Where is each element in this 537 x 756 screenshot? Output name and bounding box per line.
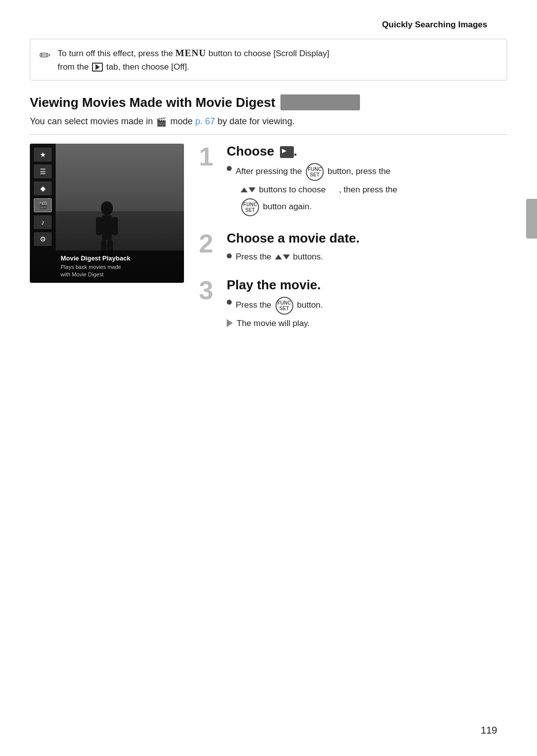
menu-word: MENU: [176, 48, 206, 58]
subtitle-link[interactable]: p. 67: [195, 116, 215, 126]
step-3-number: 3: [199, 277, 220, 303]
step-1-bullet-2: buttons to choose , then press the: [227, 183, 507, 196]
step-1-content: Choose . After pressing the FUNCSET butt…: [227, 144, 507, 219]
func-set-btn-2: FUNCSET: [241, 198, 259, 216]
arrow-down-icon-2: [283, 254, 290, 259]
menu-icon-list: ☰: [34, 165, 52, 178]
menu-icon-diamond: ◆: [34, 181, 52, 195]
arrow-up-icon-1: [241, 187, 248, 192]
func-set-label-3: FUNCSET: [277, 300, 291, 311]
header-bar: Quickly Searching Images: [30, 20, 507, 30]
step-3-title: Play the movie.: [227, 277, 507, 293]
page-container: Quickly Searching Images ✏ To turn off t…: [0, 0, 537, 756]
svg-rect-1: [102, 215, 112, 240]
step-1: 1 Choose . After pressing the FUNCSET bu…: [199, 144, 507, 219]
step-3: 3 Play the movie. Press the FUNCSET butt…: [199, 277, 507, 333]
bullet-dot-icon-3: [227, 300, 232, 305]
step-2-content: Choose a movie date. Press the buttons.: [227, 231, 507, 265]
main-content: ★ ☰ ◆ 🎬 ♪ ⚙: [30, 144, 507, 344]
subtitle-mode-text: mode: [168, 116, 195, 126]
step-3-bullet-1-text: Press the FUNCSET button.: [236, 297, 323, 315]
up-down-arrows-2: [275, 254, 290, 259]
func-set-btn-3: FUNCSET: [275, 297, 293, 315]
info-overlay: Movie Digest Playback Plays back movies …: [56, 251, 184, 283]
svg-rect-3: [112, 217, 118, 235]
overlay-desc: Plays back movies madewith Movie Digest: [61, 263, 179, 279]
image-panel: ★ ☰ ◆ 🎬 ♪ ⚙: [30, 144, 184, 283]
sidebar-tab: [526, 199, 537, 239]
step-3-bullet-2: The movie will play.: [227, 317, 507, 330]
bullet-dot-icon: [227, 166, 232, 171]
svg-point-0: [101, 201, 113, 215]
step-1-bullet-2-text: buttons to choose , then press the: [240, 183, 397, 196]
movie-digest-inline-icon: [328, 185, 339, 195]
step-1-number: 1: [199, 144, 220, 169]
step-1-title: Choose .: [227, 144, 507, 159]
mode-digest-icon: 🎬: [156, 117, 167, 127]
overlay-title: Movie Digest Playback: [61, 254, 179, 262]
section-title: Viewing Movies Made with Movie Digest: [30, 95, 275, 110]
svg-rect-2: [96, 217, 102, 235]
step-2-title: Choose a movie date.: [227, 231, 507, 246]
step-1-bullets: After pressing the FUNCSET button, press…: [227, 163, 507, 217]
subtitle-before: You can select movies made in: [30, 116, 155, 126]
step-2-number: 2: [199, 231, 220, 256]
header-title: Quickly Searching Images: [382, 20, 487, 30]
func-set-btn-1: FUNCSET: [306, 163, 324, 181]
menu-icon-movie: 🎬: [34, 198, 52, 212]
note-text-before: To turn off this effect, press the: [58, 49, 176, 58]
left-menu: ★ ☰ ◆ 🎬 ♪ ⚙: [30, 144, 56, 283]
camera-screen-inner: ★ ☰ ◆ 🎬 ♪ ⚙: [30, 144, 184, 283]
steps-panel: 1 Choose . After pressing the FUNCSET bu…: [199, 144, 507, 344]
func-set-label-2: FUNCSET: [243, 202, 257, 213]
step-3-bullet-1: Press the FUNCSET button.: [227, 297, 507, 315]
section-title-bar: Viewing Movies Made with Movie Digest: [30, 94, 507, 110]
subtitle-after: by date for viewing.: [215, 116, 295, 126]
note-line2-after: tab, then choose [Off].: [104, 62, 189, 72]
step-3-bullet-2-text: The movie will play.: [237, 317, 310, 330]
step-2-bullets: Press the buttons.: [227, 251, 507, 263]
play-tab-icon: [92, 63, 103, 72]
step-1-bullet-3: FUNCSET button again.: [227, 198, 507, 216]
up-down-arrows-1: [241, 187, 256, 192]
menu-icon-gear: ⚙: [34, 232, 52, 246]
step-2: 2 Choose a movie date. Press the: [199, 231, 507, 265]
bullet-triangle-icon: [227, 319, 233, 327]
note-text-after: button to choose [Scroll Display]: [206, 49, 330, 58]
arrow-down-icon-1: [249, 187, 256, 192]
note-pencil-icon: ✏: [39, 47, 51, 64]
note-line2-before: from the: [58, 62, 91, 72]
section-subtitle: You can select movies made in 🎬 mode p. …: [30, 116, 507, 135]
note-text: To turn off this effect, press the MENU …: [58, 46, 329, 73]
step-2-bullet-1: Press the buttons.: [227, 251, 507, 263]
page-number: 119: [481, 725, 497, 736]
step-2-bullet-1-text: Press the buttons.: [236, 251, 323, 263]
play-arrow-icon: [95, 64, 100, 70]
bullet-dot-icon-2: [227, 253, 232, 258]
func-set-label-1: FUNCSET: [308, 167, 322, 177]
movie-digest-title-icon: [280, 146, 294, 158]
step-1-bullet-3-text: FUNCSET button again.: [240, 198, 312, 216]
step-1-bullet-1: After pressing the FUNCSET button, press…: [227, 163, 507, 181]
menu-icon-music: ♪: [34, 215, 52, 229]
note-box: ✏ To turn off this effect, press the MEN…: [30, 39, 507, 81]
step-3-bullets: Press the FUNCSET button. The movie will…: [227, 297, 507, 330]
arrow-up-icon-2: [275, 254, 282, 259]
menu-icon-star: ★: [34, 148, 52, 162]
step-3-content: Play the movie. Press the FUNCSET button…: [227, 277, 507, 333]
step-1-bullet-1-text: After pressing the FUNCSET button, press…: [236, 163, 390, 181]
camera-screen: ★ ☰ ◆ 🎬 ♪ ⚙: [30, 144, 184, 283]
section-title-accent: [280, 94, 360, 110]
